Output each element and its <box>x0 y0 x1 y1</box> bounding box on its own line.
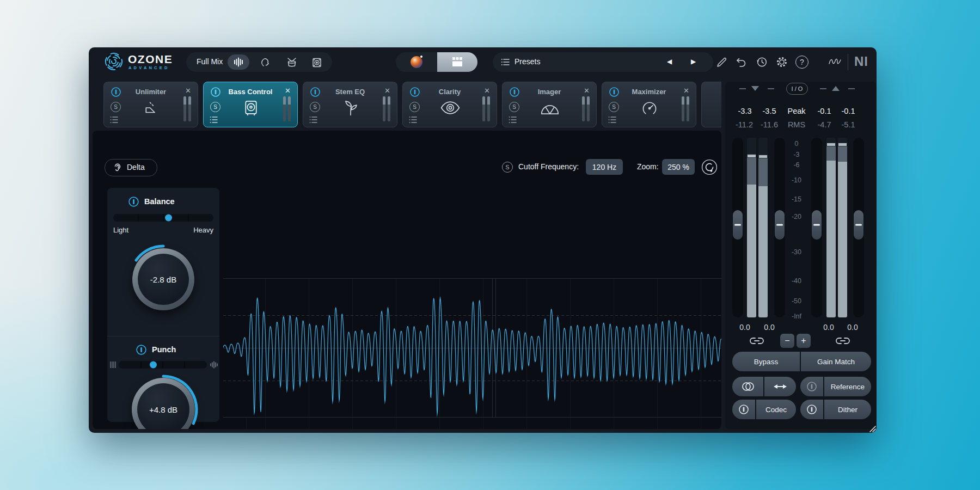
bypass-button[interactable]: Bypass <box>732 352 800 371</box>
meter-fill <box>758 186 768 317</box>
presets-label[interactable]: Presets <box>514 57 540 66</box>
tab-bass-control[interactable]: Bass Control ✕ S <box>203 82 298 127</box>
meter-fill <box>838 146 847 162</box>
close-icon[interactable]: ✕ <box>484 87 490 95</box>
speaker-cab-icon[interactable] <box>310 56 323 69</box>
tab-imager[interactable]: Imager ✕ S <box>502 82 597 127</box>
output-gain-right: 0.0 <box>841 323 865 332</box>
tab-list-icon[interactable] <box>509 115 518 124</box>
signature-scribble-icon[interactable] <box>828 56 842 68</box>
balance-slider[interactable] <box>113 214 213 222</box>
output-link-icon[interactable] <box>835 336 850 345</box>
modules-view-button[interactable] <box>437 52 477 72</box>
preset-next-button[interactable]: ▶ <box>691 58 696 65</box>
zoom-label: Zoom: <box>637 162 659 171</box>
preset-list-icon <box>501 58 511 66</box>
vocal-icon[interactable] <box>259 56 272 69</box>
output-fader-left[interactable] <box>811 138 822 317</box>
punch-knob[interactable]: +4.8 dB <box>132 378 195 429</box>
dash <box>820 88 826 89</box>
punch-slider-thumb[interactable] <box>150 362 157 369</box>
tab-clarity[interactable]: Clarity ✕ S <box>402 82 497 127</box>
meter-fill <box>747 154 756 158</box>
input-fader-left[interactable] <box>732 138 743 317</box>
meter-scale-label: -10 <box>780 176 813 184</box>
solo-button[interactable]: S <box>509 102 519 112</box>
solo-button[interactable]: S <box>409 102 420 112</box>
assistant-view-button[interactable] <box>396 52 437 72</box>
close-icon[interactable]: ✕ <box>683 87 689 95</box>
out-peak-right: -0.1 <box>836 107 861 115</box>
edit-pencil-icon[interactable] <box>716 56 728 68</box>
fader-thumb[interactable] <box>854 210 863 240</box>
dither-button[interactable]: Dither <box>824 400 871 419</box>
waveform-canvas <box>223 279 721 417</box>
codec-button[interactable]: Codec <box>756 400 796 419</box>
power-icon[interactable] <box>136 344 147 356</box>
close-icon[interactable]: ✕ <box>185 87 191 95</box>
output-meter-dropdown-icon[interactable] <box>832 86 840 91</box>
gain-decrement-button[interactable]: − <box>780 334 794 348</box>
dash <box>768 88 774 89</box>
full-mix-label[interactable]: Full Mix <box>197 57 223 66</box>
power-icon <box>738 404 749 415</box>
peak-label: Peak <box>784 107 809 115</box>
solo-button[interactable]: S <box>111 102 121 112</box>
history-icon[interactable] <box>755 55 769 69</box>
reset-zoom-icon[interactable] <box>701 159 718 175</box>
tab-list-icon[interactable] <box>210 115 219 124</box>
solo-button[interactable]: S <box>310 102 320 112</box>
tab-slot-partial <box>701 82 721 127</box>
delta-button[interactable]: Delta <box>105 159 157 176</box>
fader-thumb[interactable] <box>733 210 743 240</box>
mid-side-button[interactable] <box>732 377 763 396</box>
power-icon[interactable] <box>128 196 139 207</box>
tab-list-icon[interactable] <box>110 115 120 124</box>
punch-slider[interactable] <box>119 361 207 369</box>
close-icon[interactable]: ✕ <box>384 87 390 95</box>
help-icon[interactable]: ? <box>795 56 808 69</box>
maximizer-gauge-icon <box>640 99 659 118</box>
gain-increment-button[interactable]: + <box>797 334 811 348</box>
punch-title: Punch <box>152 345 176 354</box>
undo-icon[interactable] <box>734 56 747 69</box>
in-rms-right: -11.6 <box>756 120 782 129</box>
io-badge[interactable]: I / O <box>786 83 808 95</box>
drums-icon[interactable] <box>285 56 298 69</box>
presets-bar: Presets ◀ ▶ <box>493 52 713 72</box>
tab-maximizer[interactable]: Maximizer ✕ S <box>602 82 696 127</box>
codec-power-button[interactable] <box>732 400 755 419</box>
gain-match-button[interactable]: Gain Match <box>801 352 871 371</box>
close-icon[interactable]: ✕ <box>584 87 590 95</box>
cutoff-frequency-value[interactable]: 120 Hz <box>586 159 623 175</box>
tab-list-icon[interactable] <box>309 115 319 124</box>
output-gain-left: 0.0 <box>817 323 841 332</box>
solo-button[interactable]: S <box>609 102 619 112</box>
close-icon[interactable]: ✕ <box>285 87 291 95</box>
resize-grip[interactable] <box>868 425 876 432</box>
reference-button[interactable]: Reference <box>824 377 871 396</box>
settings-gear-icon[interactable] <box>775 56 788 69</box>
tab-label: Unlimiter <box>104 88 198 96</box>
input-link-icon[interactable] <box>749 336 764 345</box>
solo-button[interactable]: S <box>210 102 220 112</box>
tab-list-icon[interactable] <box>409 115 419 124</box>
tab-unlimiter[interactable]: Unlimiter ✕ S <box>103 82 198 127</box>
preset-prev-button[interactable]: ◀ <box>667 58 672 65</box>
cutoff-solo-button[interactable]: S <box>502 162 513 173</box>
fader-thumb[interactable] <box>812 210 822 240</box>
reference-power-button[interactable] <box>800 377 823 396</box>
tab-stem-eq[interactable]: Stem EQ ✕ S <box>303 82 397 127</box>
zoom-value[interactable]: 250 % <box>662 159 695 175</box>
balance-value: -2.8 dB <box>150 275 176 284</box>
imager-icon <box>540 101 560 116</box>
balance-knob[interactable]: -2.8 dB <box>132 248 194 310</box>
stereo-width-button[interactable] <box>764 377 796 396</box>
input-meter-dropdown-icon[interactable] <box>751 86 759 91</box>
dither-power-button[interactable] <box>800 400 823 419</box>
meter-scale-label: -Inf <box>780 313 813 320</box>
tab-list-icon[interactable] <box>608 115 618 124</box>
output-fader-right[interactable] <box>853 138 864 317</box>
balance-slider-thumb[interactable] <box>165 215 172 222</box>
in-peak-right: -3.5 <box>757 107 782 115</box>
